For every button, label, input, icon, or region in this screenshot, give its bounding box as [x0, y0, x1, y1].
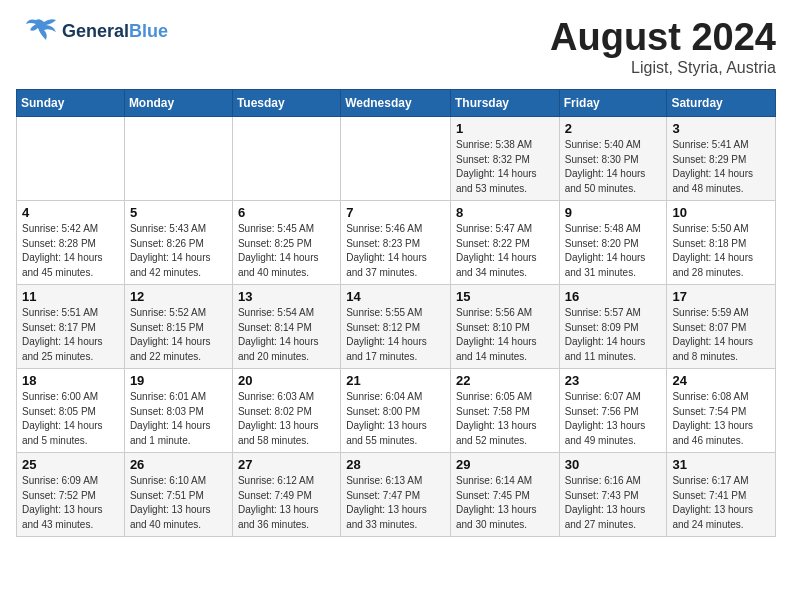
calendar-cell: 18Sunrise: 6:00 AM Sunset: 8:05 PM Dayli…: [17, 369, 125, 453]
calendar-cell: 3Sunrise: 5:41 AM Sunset: 8:29 PM Daylig…: [667, 117, 776, 201]
day-number: 31: [672, 457, 770, 472]
calendar-cell: [124, 117, 232, 201]
calendar-cell: [17, 117, 125, 201]
day-number: 21: [346, 373, 445, 388]
page-header: GeneralBlue August 2024 Ligist, Styria, …: [16, 16, 776, 77]
day-of-week-header: Saturday: [667, 90, 776, 117]
month-title: August 2024: [550, 16, 776, 59]
day-number: 14: [346, 289, 445, 304]
day-number: 10: [672, 205, 770, 220]
day-detail: Sunrise: 5:57 AM Sunset: 8:09 PM Dayligh…: [565, 306, 662, 364]
day-detail: Sunrise: 5:41 AM Sunset: 8:29 PM Dayligh…: [672, 138, 770, 196]
day-detail: Sunrise: 5:46 AM Sunset: 8:23 PM Dayligh…: [346, 222, 445, 280]
calendar-cell: 11Sunrise: 5:51 AM Sunset: 8:17 PM Dayli…: [17, 285, 125, 369]
day-detail: Sunrise: 5:56 AM Sunset: 8:10 PM Dayligh…: [456, 306, 554, 364]
day-detail: Sunrise: 6:16 AM Sunset: 7:43 PM Dayligh…: [565, 474, 662, 532]
day-number: 7: [346, 205, 445, 220]
calendar-cell: [341, 117, 451, 201]
logo-icon: [16, 16, 58, 48]
day-detail: Sunrise: 6:07 AM Sunset: 7:56 PM Dayligh…: [565, 390, 662, 448]
day-number: 5: [130, 205, 227, 220]
day-detail: Sunrise: 5:47 AM Sunset: 8:22 PM Dayligh…: [456, 222, 554, 280]
calendar-cell: 21Sunrise: 6:04 AM Sunset: 8:00 PM Dayli…: [341, 369, 451, 453]
location-subtitle: Ligist, Styria, Austria: [550, 59, 776, 77]
day-detail: Sunrise: 5:55 AM Sunset: 8:12 PM Dayligh…: [346, 306, 445, 364]
calendar-cell: 31Sunrise: 6:17 AM Sunset: 7:41 PM Dayli…: [667, 453, 776, 537]
day-number: 19: [130, 373, 227, 388]
day-detail: Sunrise: 6:08 AM Sunset: 7:54 PM Dayligh…: [672, 390, 770, 448]
day-of-week-header: Friday: [559, 90, 667, 117]
calendar-cell: 30Sunrise: 6:16 AM Sunset: 7:43 PM Dayli…: [559, 453, 667, 537]
day-detail: Sunrise: 6:10 AM Sunset: 7:51 PM Dayligh…: [130, 474, 227, 532]
calendar-week-row: 1Sunrise: 5:38 AM Sunset: 8:32 PM Daylig…: [17, 117, 776, 201]
day-of-week-header: Sunday: [17, 90, 125, 117]
calendar-cell: 20Sunrise: 6:03 AM Sunset: 8:02 PM Dayli…: [232, 369, 340, 453]
day-detail: Sunrise: 6:17 AM Sunset: 7:41 PM Dayligh…: [672, 474, 770, 532]
calendar-cell: 28Sunrise: 6:13 AM Sunset: 7:47 PM Dayli…: [341, 453, 451, 537]
day-detail: Sunrise: 5:50 AM Sunset: 8:18 PM Dayligh…: [672, 222, 770, 280]
calendar-cell: 8Sunrise: 5:47 AM Sunset: 8:22 PM Daylig…: [450, 201, 559, 285]
day-number: 4: [22, 205, 119, 220]
calendar-cell: 2Sunrise: 5:40 AM Sunset: 8:30 PM Daylig…: [559, 117, 667, 201]
title-block: August 2024 Ligist, Styria, Austria: [550, 16, 776, 77]
logo-text: GeneralBlue: [62, 22, 168, 42]
calendar-cell: 29Sunrise: 6:14 AM Sunset: 7:45 PM Dayli…: [450, 453, 559, 537]
day-detail: Sunrise: 5:52 AM Sunset: 8:15 PM Dayligh…: [130, 306, 227, 364]
day-detail: Sunrise: 6:14 AM Sunset: 7:45 PM Dayligh…: [456, 474, 554, 532]
calendar-cell: 9Sunrise: 5:48 AM Sunset: 8:20 PM Daylig…: [559, 201, 667, 285]
day-detail: Sunrise: 6:03 AM Sunset: 8:02 PM Dayligh…: [238, 390, 335, 448]
day-number: 12: [130, 289, 227, 304]
day-number: 2: [565, 121, 662, 136]
day-detail: Sunrise: 6:13 AM Sunset: 7:47 PM Dayligh…: [346, 474, 445, 532]
logo: GeneralBlue: [16, 16, 168, 48]
day-number: 23: [565, 373, 662, 388]
day-detail: Sunrise: 6:00 AM Sunset: 8:05 PM Dayligh…: [22, 390, 119, 448]
calendar-cell: 27Sunrise: 6:12 AM Sunset: 7:49 PM Dayli…: [232, 453, 340, 537]
calendar-table: SundayMondayTuesdayWednesdayThursdayFrid…: [16, 89, 776, 537]
calendar-cell: 7Sunrise: 5:46 AM Sunset: 8:23 PM Daylig…: [341, 201, 451, 285]
day-number: 8: [456, 205, 554, 220]
day-detail: Sunrise: 6:04 AM Sunset: 8:00 PM Dayligh…: [346, 390, 445, 448]
calendar-cell: 14Sunrise: 5:55 AM Sunset: 8:12 PM Dayli…: [341, 285, 451, 369]
calendar-cell: 10Sunrise: 5:50 AM Sunset: 8:18 PM Dayli…: [667, 201, 776, 285]
calendar-cell: 5Sunrise: 5:43 AM Sunset: 8:26 PM Daylig…: [124, 201, 232, 285]
day-detail: Sunrise: 5:40 AM Sunset: 8:30 PM Dayligh…: [565, 138, 662, 196]
day-number: 15: [456, 289, 554, 304]
day-number: 28: [346, 457, 445, 472]
calendar-week-row: 11Sunrise: 5:51 AM Sunset: 8:17 PM Dayli…: [17, 285, 776, 369]
calendar-cell: 24Sunrise: 6:08 AM Sunset: 7:54 PM Dayli…: [667, 369, 776, 453]
calendar-cell: 15Sunrise: 5:56 AM Sunset: 8:10 PM Dayli…: [450, 285, 559, 369]
day-number: 29: [456, 457, 554, 472]
calendar-cell: 4Sunrise: 5:42 AM Sunset: 8:28 PM Daylig…: [17, 201, 125, 285]
day-detail: Sunrise: 6:01 AM Sunset: 8:03 PM Dayligh…: [130, 390, 227, 448]
calendar-cell: 13Sunrise: 5:54 AM Sunset: 8:14 PM Dayli…: [232, 285, 340, 369]
day-detail: Sunrise: 6:05 AM Sunset: 7:58 PM Dayligh…: [456, 390, 554, 448]
day-of-week-header: Thursday: [450, 90, 559, 117]
day-detail: Sunrise: 5:54 AM Sunset: 8:14 PM Dayligh…: [238, 306, 335, 364]
day-number: 26: [130, 457, 227, 472]
calendar-cell: 6Sunrise: 5:45 AM Sunset: 8:25 PM Daylig…: [232, 201, 340, 285]
calendar-week-row: 4Sunrise: 5:42 AM Sunset: 8:28 PM Daylig…: [17, 201, 776, 285]
day-number: 27: [238, 457, 335, 472]
day-number: 24: [672, 373, 770, 388]
day-of-week-header: Tuesday: [232, 90, 340, 117]
day-detail: Sunrise: 6:09 AM Sunset: 7:52 PM Dayligh…: [22, 474, 119, 532]
day-of-week-header: Wednesday: [341, 90, 451, 117]
day-number: 1: [456, 121, 554, 136]
day-number: 18: [22, 373, 119, 388]
day-number: 22: [456, 373, 554, 388]
calendar-cell: 22Sunrise: 6:05 AM Sunset: 7:58 PM Dayli…: [450, 369, 559, 453]
calendar-cell: 12Sunrise: 5:52 AM Sunset: 8:15 PM Dayli…: [124, 285, 232, 369]
day-number: 6: [238, 205, 335, 220]
day-detail: Sunrise: 5:51 AM Sunset: 8:17 PM Dayligh…: [22, 306, 119, 364]
day-detail: Sunrise: 5:45 AM Sunset: 8:25 PM Dayligh…: [238, 222, 335, 280]
day-number: 30: [565, 457, 662, 472]
calendar-cell: 16Sunrise: 5:57 AM Sunset: 8:09 PM Dayli…: [559, 285, 667, 369]
day-number: 13: [238, 289, 335, 304]
calendar-header-row: SundayMondayTuesdayWednesdayThursdayFrid…: [17, 90, 776, 117]
day-detail: Sunrise: 5:59 AM Sunset: 8:07 PM Dayligh…: [672, 306, 770, 364]
calendar-cell: 26Sunrise: 6:10 AM Sunset: 7:51 PM Dayli…: [124, 453, 232, 537]
calendar-cell: 1Sunrise: 5:38 AM Sunset: 8:32 PM Daylig…: [450, 117, 559, 201]
calendar-cell: [232, 117, 340, 201]
day-detail: Sunrise: 5:38 AM Sunset: 8:32 PM Dayligh…: [456, 138, 554, 196]
